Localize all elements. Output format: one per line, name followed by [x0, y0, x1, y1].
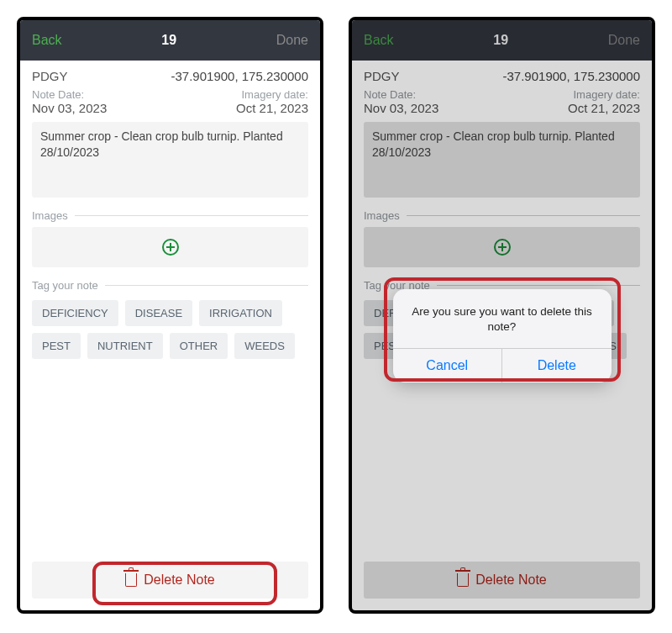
tag-pest[interactable]: PEST	[32, 333, 81, 359]
cancel-button[interactable]: Cancel	[393, 349, 502, 382]
dialog-message: Are you sure you want to delete this not…	[393, 289, 612, 348]
trash-icon	[125, 573, 137, 587]
phone-screen-delete-confirm: Back 19 Done PDGY -37.901900, 175.230000…	[349, 17, 655, 614]
content-area: PDGY -37.901900, 175.230000 Note Date: I…	[20, 61, 320, 610]
note-date-label: Note Date:	[32, 88, 84, 101]
imagery-date-value: Oct 21, 2023	[236, 101, 308, 115]
delete-note-button[interactable]: Delete Note	[32, 562, 308, 599]
location-code: PDGY	[32, 69, 68, 83]
tag-disease[interactable]: DISEASE	[125, 300, 192, 326]
confirm-delete-button[interactable]: Delete	[501, 349, 612, 382]
coordinates: -37.901900, 175.230000	[171, 69, 308, 83]
back-button[interactable]: Back	[32, 33, 62, 48]
tags-container: DEFICIENCY DISEASE IRRIGATION PEST NUTRI…	[32, 300, 308, 359]
delete-note-label: Delete Note	[144, 572, 215, 588]
divider	[75, 215, 308, 216]
tag-other[interactable]: OTHER	[170, 333, 228, 359]
note-text-area[interactable]: Summer crop - Clean crop bulb turnip. Pl…	[32, 122, 308, 198]
nav-title: 19	[161, 33, 176, 48]
imagery-date-label: Imagery date:	[242, 88, 309, 101]
confirm-delete-dialog: Are you sure you want to delete this not…	[393, 289, 612, 382]
tag-nutrient[interactable]: NUTRIENT	[87, 333, 163, 359]
tag-weeds[interactable]: WEEDS	[234, 333, 295, 359]
tag-deficiency[interactable]: DEFICIENCY	[32, 300, 118, 326]
divider	[105, 285, 308, 286]
images-section-label: Images	[32, 209, 68, 222]
phone-screen-note-detail: Back 19 Done PDGY -37.901900, 175.230000…	[17, 17, 323, 614]
tags-section-label: Tag your note	[32, 279, 98, 292]
add-image-icon[interactable]	[162, 239, 179, 256]
note-date-value: Nov 03, 2023	[32, 101, 107, 115]
tag-irrigation[interactable]: IRRIGATION	[199, 300, 282, 326]
images-box	[32, 227, 308, 267]
done-button[interactable]: Done	[276, 33, 308, 48]
nav-bar: Back 19 Done	[20, 20, 320, 61]
